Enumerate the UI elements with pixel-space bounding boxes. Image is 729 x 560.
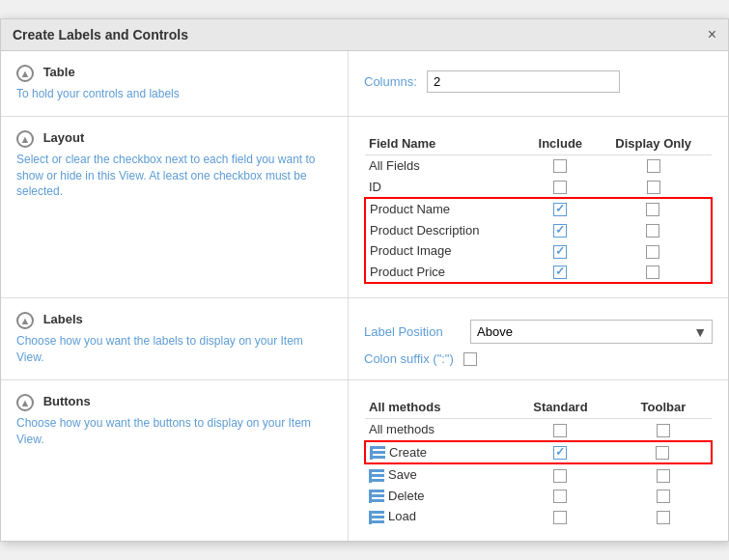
table-row: All Fields: [365, 154, 712, 176]
table-section: ▲ Table To hold your controls and labels…: [1, 51, 728, 117]
button-standard-cell: [506, 463, 617, 486]
all-methods-name: All methods: [365, 419, 506, 441]
button-name-cell: Create: [365, 441, 506, 464]
include-checkbox[interactable]: [553, 181, 567, 194]
button-toolbar-cell: [617, 506, 712, 527]
display-only-cell: [597, 154, 712, 176]
display-only-cell: [597, 240, 712, 262]
include-col-header: Include: [525, 132, 597, 155]
include-cell: [525, 219, 597, 240]
dialog-title-bar: Create Labels and Controls ×: [1, 19, 728, 51]
all-methods-standard-checkbox[interactable]: [553, 424, 567, 437]
columns-label: Columns:: [364, 74, 417, 89]
buttons-section: ▲ Buttons Choose how you want the button…: [1, 380, 728, 541]
colon-checkbox[interactable]: [463, 352, 477, 366]
field-name-cell: Product Description: [365, 219, 525, 240]
field-name-cell: ID: [365, 176, 525, 198]
field-name-cell: Product Image: [365, 240, 525, 262]
display-only-checkbox[interactable]: [646, 245, 659, 259]
button-toolbar-cell: [617, 486, 712, 507]
layout-collapse-icon[interactable]: ▲: [16, 130, 34, 148]
labels-collapse-icon[interactable]: ▲: [16, 312, 34, 329]
table-row: Product Price: [365, 262, 712, 284]
labels-section: ▲ Labels Choose how you want the labels …: [1, 298, 728, 380]
display-only-cell: [597, 262, 712, 284]
layout-section-right: Field Name Include Display Only All Fiel…: [349, 117, 728, 297]
layout-section-desc: Select or clear the checkbox next to eac…: [16, 152, 332, 200]
include-checkbox[interactable]: [553, 159, 567, 173]
table-section-right: Columns:: [349, 51, 728, 116]
labels-section-right: Label Position Above Left Right None ▼ C…: [349, 298, 728, 379]
button-icon: [369, 469, 384, 483]
display-only-checkbox[interactable]: [646, 224, 659, 238]
all-methods-col-header: All methods: [365, 396, 506, 419]
all-methods-toolbar-checkbox[interactable]: [657, 424, 670, 437]
button-standard-checkbox[interactable]: [553, 490, 567, 503]
button-name-cell: Load: [365, 506, 506, 527]
button-standard-checkbox[interactable]: [553, 511, 567, 524]
button-name-cell: Delete: [365, 486, 506, 507]
all-methods-standard: [506, 419, 617, 441]
colon-row: Colon suffix (":"): [364, 351, 713, 366]
display-only-cell: [597, 176, 712, 198]
button-row: Create: [365, 441, 712, 464]
table-row: Product Description: [365, 219, 712, 240]
columns-input[interactable]: [427, 70, 620, 93]
button-standard-cell: [506, 506, 617, 527]
display-only-checkbox[interactable]: [646, 203, 659, 216]
all-methods-row: All methods: [365, 419, 712, 441]
include-checkbox[interactable]: [553, 203, 567, 216]
layout-section-left: ▲ Layout Select or clear the checkbox ne…: [1, 117, 349, 297]
field-name-cell: Product Price: [365, 262, 525, 284]
buttons-collapse-icon[interactable]: ▲: [16, 394, 34, 411]
include-cell: [525, 198, 597, 220]
button-toolbar-cell: [617, 463, 712, 486]
include-cell: [525, 154, 597, 176]
buttons-section-left: ▲ Buttons Choose how you want the button…: [1, 380, 349, 541]
include-cell: [525, 176, 597, 198]
display-only-cell: [597, 219, 712, 240]
display-only-checkbox[interactable]: [647, 181, 660, 194]
layout-section: ▲ Layout Select or clear the checkbox ne…: [1, 117, 728, 298]
table-section-desc: To hold your controls and labels: [16, 86, 332, 102]
include-cell: [525, 262, 597, 284]
dialog-title: Create Labels and Controls: [13, 27, 188, 42]
field-name-col-header: Field Name: [365, 132, 525, 155]
button-standard-checkbox[interactable]: [553, 469, 567, 483]
field-name-cell: All Fields: [365, 154, 525, 176]
standard-col-header: Standard: [506, 396, 617, 419]
button-toolbar-checkbox[interactable]: [656, 446, 669, 460]
colon-label: Colon suffix (":"): [364, 351, 454, 366]
layout-section-title: Layout: [43, 130, 85, 145]
labels-section-title: Labels: [43, 313, 83, 327]
label-position-select-wrapper: Above Left Right None ▼: [470, 320, 713, 344]
fields-table: Field Name Include Display Only All Fiel…: [364, 132, 713, 284]
button-toolbar-checkbox[interactable]: [657, 511, 670, 524]
include-cell: [525, 240, 597, 262]
label-position-label: Label Position: [364, 324, 470, 339]
display-only-checkbox[interactable]: [646, 266, 659, 279]
button-icon: [370, 446, 385, 460]
button-icon: [369, 511, 384, 524]
display-only-cell: [597, 198, 712, 220]
button-toolbar-checkbox[interactable]: [657, 490, 670, 503]
field-name-cell: Product Name: [365, 198, 525, 220]
label-position-row: Label Position Above Left Right None ▼: [364, 320, 713, 344]
display-only-checkbox[interactable]: [647, 159, 660, 173]
include-checkbox[interactable]: [553, 224, 567, 238]
button-standard-cell: [506, 486, 617, 507]
table-collapse-icon[interactable]: ▲: [16, 65, 34, 82]
button-standard-checkbox[interactable]: [553, 446, 567, 460]
close-button[interactable]: ×: [708, 27, 716, 42]
include-checkbox[interactable]: [553, 266, 567, 279]
table-row: ID: [365, 176, 712, 198]
button-row: Save: [365, 463, 712, 486]
all-methods-toolbar: [617, 419, 712, 441]
label-position-select[interactable]: Above Left Right None: [470, 320, 713, 344]
labels-section-desc: Choose how you want the labels to displa…: [16, 333, 332, 366]
buttons-section-right: All methods Standard Toolbar All methods…: [349, 380, 728, 541]
include-checkbox[interactable]: [553, 245, 567, 259]
toolbar-col-header: Toolbar: [617, 396, 712, 419]
button-toolbar-checkbox[interactable]: [657, 469, 670, 483]
button-row: Load: [365, 506, 712, 527]
